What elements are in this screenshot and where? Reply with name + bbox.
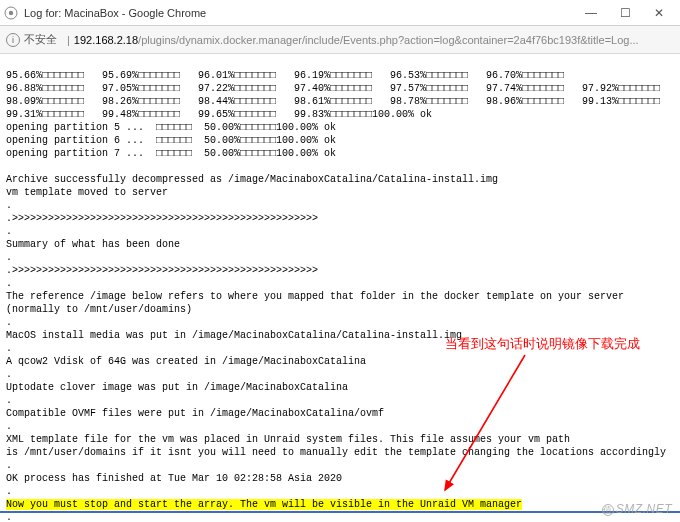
log-line: opening partition 6 ... □□□□□□ 50.00%□□□… [6, 135, 336, 146]
close-button[interactable]: ✕ [642, 2, 676, 24]
log-line: 95.66%□□□□□□□ 95.69%□□□□□□□ 96.01%□□□□□□… [6, 70, 564, 81]
annotation-text: 当看到这句话时说明镜像下载完成 [445, 335, 640, 353]
log-line: . [6, 343, 12, 354]
window-title: Log for: MacinaBox - Google Chrome [24, 7, 574, 19]
log-line: . [6, 200, 12, 211]
log-line-highlight: Now you must stop and start the array. T… [6, 499, 522, 510]
log-line: vm template moved to server [6, 187, 168, 198]
log-line: Uptodate clover image was put in /image/… [6, 382, 348, 393]
log-line: opening partition 5 ... □□□□□□ 50.00%□□□… [6, 122, 336, 133]
log-line: OK process has finished at Tue Mar 10 02… [6, 473, 342, 484]
titlebar: Log for: MacinaBox - Google Chrome — ☐ ✕ [0, 0, 680, 26]
log-line: . [6, 278, 12, 289]
log-output: 95.66%□□□□□□□ 95.69%□□□□□□□ 96.01%□□□□□□… [0, 54, 680, 522]
log-line: . [6, 369, 12, 380]
insecure-label: 不安全 [24, 32, 57, 47]
log-line: . [6, 252, 12, 263]
log-line: 96.88%□□□□□□□ 97.05%□□□□□□□ 97.22%□□□□□□… [6, 83, 660, 94]
log-line: . [6, 486, 12, 497]
log-line: (normally to /mnt/user/doamins) [6, 304, 192, 315]
log-line: . [6, 460, 12, 471]
log-line: .>>>>>>>>>>>>>>>>>>>>>>>>>>>>>>>>>>>>>>>… [6, 265, 318, 276]
log-line: . [6, 226, 12, 237]
minimize-button[interactable]: — [574, 2, 608, 24]
svg-point-1 [9, 10, 13, 14]
log-line: is /mnt/user/domains if it isnt you will… [6, 447, 666, 458]
log-line: . [6, 512, 12, 522]
window-controls: — ☐ ✕ [574, 2, 676, 24]
maximize-button[interactable]: ☐ [608, 2, 642, 24]
log-line: Compatible OVMF files were put in /image… [6, 408, 384, 419]
chrome-app-icon [4, 6, 18, 20]
log-line: Archive successfully decompressed as /im… [6, 174, 498, 185]
log-line: Summary of what has been done [6, 239, 180, 250]
log-line: The reference /image below refers to whe… [6, 291, 624, 302]
url-text: 192.168.2.18/plugins/dynamix.docker.mana… [74, 34, 674, 46]
log-line: . [6, 317, 12, 328]
site-info-icon[interactable]: i [6, 33, 20, 47]
watermark-icon: 值 [602, 504, 614, 516]
log-line: 99.31%□□□□□□□ 99.48%□□□□□□□ 99.65%□□□□□□… [6, 109, 432, 120]
log-line: MacOS install media was put in /image/Ma… [6, 330, 462, 341]
log-line: A qcow2 Vdisk of 64G was created in /ima… [6, 356, 366, 367]
log-line: . [6, 421, 12, 432]
log-line: . [6, 395, 12, 406]
watermark: 值SMZ.NET [602, 502, 672, 516]
address-bar[interactable]: i 不安全 | 192.168.2.18/plugins/dynamix.doc… [0, 26, 680, 54]
log-line: .>>>>>>>>>>>>>>>>>>>>>>>>>>>>>>>>>>>>>>>… [6, 213, 318, 224]
bottom-blue-line [0, 511, 680, 513]
log-line: opening partition 7 ... □□□□□□ 50.00%□□□… [6, 148, 336, 159]
log-line: XML template file for the vm was placed … [6, 434, 570, 445]
log-line: 98.09%□□□□□□□ 98.26%□□□□□□□ 98.44%□□□□□□… [6, 96, 660, 107]
